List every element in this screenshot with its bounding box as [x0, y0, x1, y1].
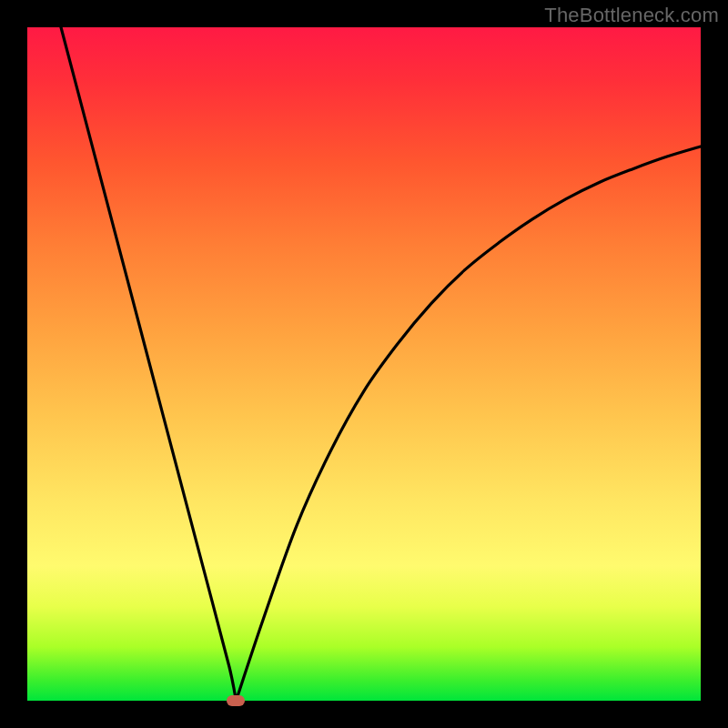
chart-frame: TheBottleneck.com: [0, 0, 728, 728]
minimum-marker: [227, 695, 245, 706]
bottleneck-curve: [27, 27, 701, 701]
attribution-label: TheBottleneck.com: [544, 4, 719, 27]
plot-area: [27, 27, 701, 701]
